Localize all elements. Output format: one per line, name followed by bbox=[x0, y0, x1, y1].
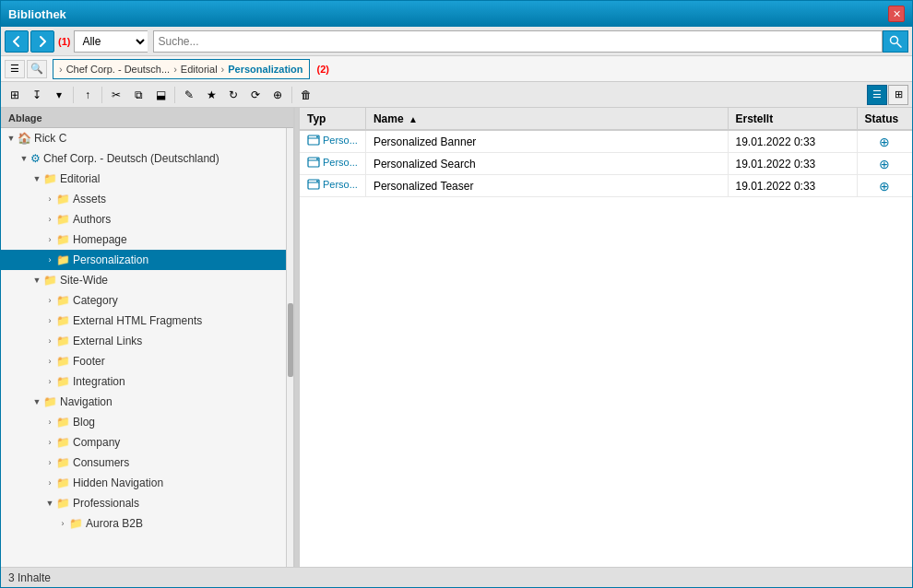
view-list-button[interactable]: ☰ bbox=[867, 85, 887, 105]
expand-hiddennavigation[interactable]: › bbox=[43, 473, 56, 493]
col-header-erstellt[interactable]: Erstellt bbox=[728, 108, 857, 130]
folder-icon-personalization: 📁 bbox=[56, 253, 70, 266]
expand-integration[interactable]: › bbox=[43, 371, 56, 392]
expand-editorial[interactable]: ▼ bbox=[30, 169, 43, 189]
sidebar-item-homepage[interactable]: › 📁 Homepage bbox=[1, 229, 286, 250]
sidebar-item-category[interactable]: › 📁 Category bbox=[1, 290, 286, 311]
folder-icon-sitewide: 📁 bbox=[43, 274, 57, 287]
sidebar-item-authors[interactable]: › 📁 Authors bbox=[1, 209, 286, 229]
toolbar-btn-export[interactable]: ↧ bbox=[27, 85, 47, 105]
sidebar-scrollbar[interactable] bbox=[286, 128, 293, 567]
toolbar-btn-copy[interactable]: ⧉ bbox=[128, 85, 148, 105]
expand-navigation[interactable]: ▼ bbox=[30, 392, 43, 412]
toolbar-btn-refresh2[interactable]: ⟳ bbox=[245, 85, 266, 105]
cell-name-0: Personalized Banner bbox=[365, 130, 728, 153]
home-icon: 🏠 bbox=[18, 132, 31, 145]
sidebar-item-editorial[interactable]: ▼ 📁 Editorial bbox=[1, 169, 286, 189]
breadcrumb-btn-1[interactable]: ☰ bbox=[5, 60, 25, 78]
breadcrumb-item-0[interactable]: Chef Corp. - Deutsch... bbox=[66, 64, 171, 75]
breadcrumb-btn-2[interactable]: 🔍 bbox=[27, 60, 47, 78]
sidebar-item-blog[interactable]: › 📁 Blog bbox=[1, 412, 286, 432]
folder-icon-professionals: 📁 bbox=[56, 497, 70, 510]
breadcrumb-item-1[interactable]: Editorial bbox=[181, 64, 218, 75]
sidebar-scrollbar-thumb[interactable] bbox=[288, 303, 293, 377]
sidebar-item-assets[interactable]: › 📁 Assets bbox=[1, 189, 286, 209]
folder-icon-hiddennavigation: 📁 bbox=[56, 476, 70, 489]
sidebar-label-externallinks: External Links bbox=[73, 335, 142, 347]
cell-typ-0: Perso... bbox=[300, 130, 365, 153]
sidebar-tree: ▼ 🏠 Rick C ▼ ⚙ Chef Corp. - Deutsch (Deu… bbox=[1, 128, 286, 567]
table-row[interactable]: Perso... Personalized Banner 19.01.2022 … bbox=[300, 130, 912, 153]
navbar: (1) Alle Assets Authors Pages bbox=[1, 27, 912, 56]
col-header-name[interactable]: Name ▲ bbox=[365, 108, 728, 130]
sidebar-label-professionals: Professionals bbox=[73, 497, 139, 510]
col-header-name-label: Name bbox=[374, 112, 404, 125]
expand-externallinks[interactable]: › bbox=[43, 331, 56, 351]
sidebar-item-sitewide[interactable]: ▼ 📁 Site-Wide bbox=[1, 270, 286, 290]
toolbar-btn-paste[interactable]: ⬓ bbox=[150, 85, 171, 105]
sidebar-item-hiddennavigation[interactable]: › 📁 Hidden Navigation bbox=[1, 473, 286, 493]
expand-personalization[interactable]: › bbox=[43, 250, 56, 270]
expand-footer[interactable]: › bbox=[43, 351, 56, 371]
expand-company[interactable]: › bbox=[43, 432, 56, 453]
folder-icon-authors: 📁 bbox=[56, 213, 70, 226]
toolbar-btn-refresh1[interactable]: ↻ bbox=[223, 85, 243, 105]
expand-externalhtml[interactable]: › bbox=[43, 311, 56, 331]
sidebar-item-chefcorp[interactable]: ▼ ⚙ Chef Corp. - Deutsch (Deutschland) bbox=[1, 148, 286, 169]
sidebar-item-rick[interactable]: ▼ 🏠 Rick C bbox=[1, 128, 286, 148]
search-button[interactable] bbox=[883, 30, 908, 53]
toolbar-btn-up[interactable]: ↑ bbox=[77, 85, 98, 105]
col-header-status[interactable]: Status bbox=[857, 108, 912, 130]
col-header-typ[interactable]: Typ bbox=[300, 108, 365, 130]
breadcrumb-item-2[interactable]: Personalization bbox=[228, 64, 302, 75]
cell-erstellt-2: 19.01.2022 0:33 bbox=[728, 175, 857, 197]
expand-consumers[interactable]: › bbox=[43, 453, 56, 473]
expand-chefcorp[interactable]: ▼ bbox=[18, 148, 30, 169]
expand-homepage[interactable]: › bbox=[43, 229, 56, 250]
expand-blog[interactable]: › bbox=[43, 412, 56, 432]
sidebar-label-rick: Rick C bbox=[34, 132, 66, 145]
expand-sitewide[interactable]: ▼ bbox=[30, 270, 43, 290]
cell-status-2: ⊕ bbox=[857, 175, 912, 197]
sidebar-item-navigation[interactable]: ▼ 📁 Navigation bbox=[1, 392, 286, 412]
toolbar: ⊞ ↧ ▾ ↑ ✂ ⧉ ⬓ ✎ ★ ↻ ⟳ ⊕ 🗑 ☰ ⊞ bbox=[1, 82, 912, 108]
back-button[interactable] bbox=[5, 30, 29, 53]
sidebar-item-integration[interactable]: › 📁 Integration bbox=[1, 371, 286, 392]
close-button[interactable]: ✕ bbox=[888, 6, 905, 22]
expand-professionals[interactable]: ▼ bbox=[43, 493, 56, 513]
toolbar-btn-settings[interactable]: ⊕ bbox=[267, 85, 288, 105]
expand-assets[interactable]: › bbox=[43, 189, 56, 209]
sidebar-item-professionals[interactable]: ▼ 📁 Professionals bbox=[1, 493, 286, 513]
table-row[interactable]: Perso... Personalized Teaser 19.01.2022 … bbox=[300, 175, 912, 197]
window-title: Bibliothek bbox=[8, 7, 888, 21]
sidebar-item-externallinks[interactable]: › 📁 External Links bbox=[1, 331, 286, 351]
sidebar-item-consumers[interactable]: › 📁 Consumers bbox=[1, 453, 286, 473]
filter-dropdown[interactable]: Alle Assets Authors Pages bbox=[74, 30, 148, 53]
expand-rick[interactable]: ▼ bbox=[5, 128, 18, 148]
content-area: Typ Name ▲ Erstellt Status bbox=[300, 108, 912, 567]
statusbar: 3 Inhalte bbox=[1, 567, 912, 587]
sidebar-item-externalhtml[interactable]: › 📁 External HTML Fragments bbox=[1, 311, 286, 331]
sidebar-item-company[interactable]: › 📁 Company bbox=[1, 432, 286, 453]
expand-category[interactable]: › bbox=[43, 290, 56, 311]
folder-icon-integration: 📁 bbox=[56, 375, 70, 388]
breadcrumb-bar: ☰ 🔍 › Chef Corp. - Deutsch... › Editoria… bbox=[1, 56, 912, 82]
search-input[interactable] bbox=[153, 30, 883, 53]
toolbar-btn-dropdown[interactable]: ▾ bbox=[49, 85, 69, 105]
toolbar-btn-cut[interactable]: ✂ bbox=[106, 85, 126, 105]
toolbar-btn-star[interactable]: ★ bbox=[201, 85, 221, 105]
toolbar-btn-download[interactable]: ⊞ bbox=[5, 85, 25, 105]
sidebar-item-footer[interactable]: › 📁 Footer bbox=[1, 351, 286, 371]
expand-authors[interactable]: › bbox=[43, 209, 56, 229]
expand-aurorab2b[interactable]: › bbox=[56, 513, 69, 534]
sidebar-item-personalization[interactable]: › 📁 Personalization bbox=[1, 250, 286, 270]
forward-button[interactable] bbox=[30, 30, 54, 53]
globe-icon-2: ⊕ bbox=[879, 179, 890, 194]
svg-point-7 bbox=[316, 159, 318, 160]
sidebar-item-aurorab2b[interactable]: › 📁 Aurora B2B bbox=[1, 513, 286, 534]
view-grid-button[interactable]: ⊞ bbox=[888, 85, 908, 105]
toolbar-btn-edit[interactable]: ✎ bbox=[179, 85, 199, 105]
sidebar-label-navigation: Navigation bbox=[60, 395, 113, 408]
toolbar-btn-delete[interactable]: 🗑 bbox=[296, 85, 316, 105]
table-row[interactable]: Perso... Personalized Search 19.01.2022 … bbox=[300, 153, 912, 175]
